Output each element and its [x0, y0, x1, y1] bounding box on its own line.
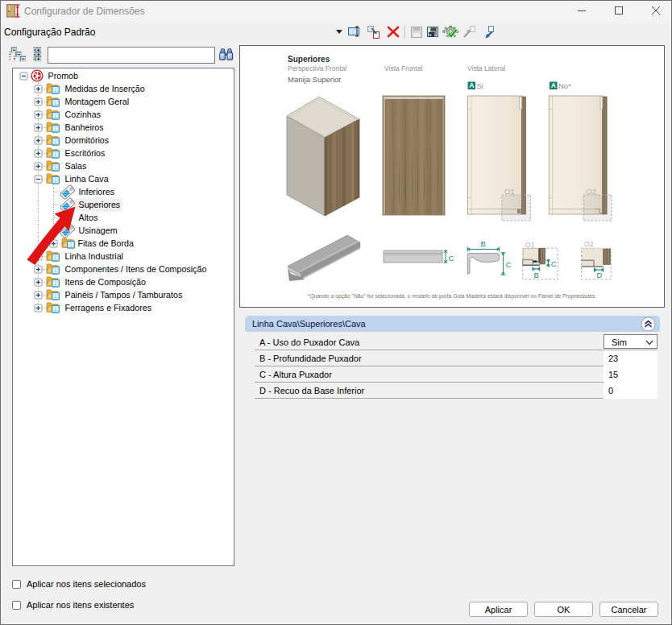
svg-text:Medidas de Inserção: Medidas de Inserção — [65, 84, 145, 93]
svg-text:Linha Industrial: Linha Industrial — [65, 251, 124, 261]
svg-text:Superiores: Superiores — [288, 55, 330, 64]
svg-text:A: A — [469, 81, 474, 89]
svg-text:D: D — [597, 271, 603, 279]
svg-text:Promob: Promob — [48, 71, 78, 81]
svg-text:Dormitórios: Dormitórios — [65, 135, 110, 145]
svg-text:Escritórios: Escritórios — [65, 148, 106, 158]
svg-text:Vista Frontal: Vista Frontal — [384, 64, 423, 72]
svg-text:No*: No* — [558, 81, 571, 90]
svg-text:Vista Lateral: Vista Lateral — [467, 64, 505, 72]
svg-text:Cozinhas: Cozinhas — [65, 110, 102, 119]
svg-text:O1: O1 — [504, 187, 515, 196]
svg-text:Montagem Geral: Montagem Geral — [65, 97, 130, 106]
svg-text:Perspectiva Frontal: Perspectiva Frontal — [288, 64, 346, 72]
svg-text:Salas: Salas — [65, 161, 87, 171]
svg-text:Superiores: Superiores — [79, 200, 121, 209]
svg-text:Inferiores: Inferiores — [79, 187, 115, 197]
svg-text:Ferragens e Fixadores: Ferragens e Fixadores — [65, 303, 152, 312]
svg-text:Usinagem: Usinagem — [79, 226, 118, 235]
svg-text:Painéis / Tampos / Tamburatos: Painéis / Tampos / Tamburatos — [65, 290, 183, 300]
svg-text:Fitas de Borda: Fitas de Borda — [78, 238, 135, 248]
svg-text:Componentes / Itens de Composi: Componentes / Itens de Composição — [65, 264, 207, 274]
svg-text:a: a — [429, 32, 432, 37]
svg-text:C: C — [551, 259, 557, 268]
svg-text:*Quando a opção "Não" for sele: *Quando a opção "Não" for selecionada, o… — [308, 293, 597, 300]
svg-text:Banheiros: Banheiros — [65, 122, 104, 132]
svg-text:A: A — [551, 81, 556, 89]
svg-text:C: C — [449, 254, 454, 263]
svg-text:Si: Si — [477, 81, 483, 90]
svg-text:B: B — [534, 271, 539, 279]
svg-text:O2: O2 — [586, 187, 596, 196]
svg-text:O2: O2 — [584, 240, 594, 248]
svg-text:C: C — [506, 260, 512, 269]
svg-text:O1: O1 — [525, 241, 535, 249]
svg-text:Linha Cava: Linha Cava — [65, 174, 109, 184]
svg-text:Manija Superior: Manija Superior — [288, 75, 342, 84]
svg-text:Altos: Altos — [79, 213, 98, 222]
svg-text:B: B — [481, 239, 486, 248]
svg-text:Itens de Composição: Itens de Composição — [65, 277, 146, 287]
